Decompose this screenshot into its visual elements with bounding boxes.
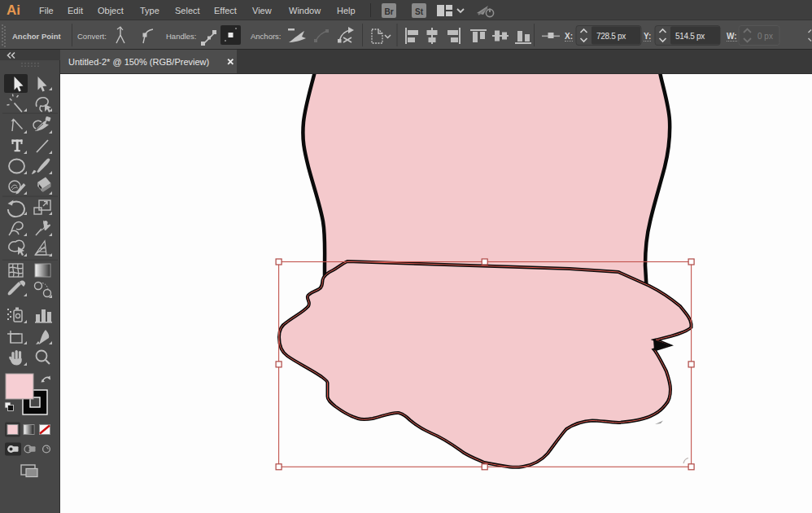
svg-text:St: St xyxy=(415,7,424,16)
svg-text:Br: Br xyxy=(384,7,393,16)
